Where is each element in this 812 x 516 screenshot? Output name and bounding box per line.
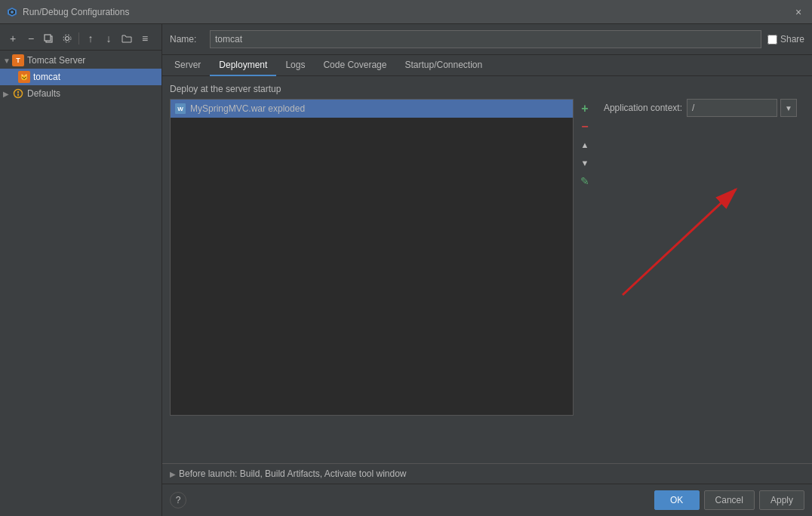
copy-config-button[interactable] — [41, 30, 57, 47]
tab-startup-connection[interactable]: Startup/Connection — [395, 55, 491, 76]
svg-rect-9 — [17, 94, 19, 97]
sidebar-item-tomcat[interactable]: 🐱 tomcat — [0, 69, 161, 85]
add-config-button[interactable]: + — [5, 30, 21, 47]
title-bar-title: Run/Debug Configurations — [23, 7, 791, 17]
add-deploy-button[interactable]: + — [577, 100, 593, 117]
move-down-deploy-button[interactable]: ▼ — [577, 155, 593, 171]
sidebar: + − ↑ ↓ ≡ ▼ T Tomcat Server — [0, 24, 162, 516]
tab-server[interactable]: Server — [165, 55, 210, 76]
app-context-area: Application context: ▼ — [596, 99, 804, 416]
sidebar-item-tomcat-server[interactable]: ▼ T Tomcat Server — [0, 52, 161, 69]
app-context-label: Application context: — [604, 103, 682, 113]
move-down-button[interactable]: ↓ — [100, 30, 117, 47]
settings-config-button[interactable] — [59, 30, 75, 47]
tab-code-coverage[interactable]: Code Coverage — [314, 55, 395, 76]
svg-point-2 — [11, 11, 14, 14]
deploy-item-label: MySpringMVC.war exploded — [190, 103, 305, 114]
move-up-deploy-button[interactable]: ▲ — [577, 137, 593, 153]
tomcat-server-label: Tomcat Server — [27, 55, 85, 66]
tomcat-icon: 🐱 — [18, 71, 30, 83]
context-input[interactable] — [687, 99, 777, 117]
close-button[interactable]: × — [791, 5, 806, 20]
remove-config-button[interactable]: − — [23, 30, 39, 47]
sort-button[interactable]: ≡ — [137, 30, 153, 47]
cancel-button[interactable]: Cancel — [704, 490, 755, 510]
move-up-button[interactable]: ↑ — [82, 30, 99, 47]
svg-point-6 — [63, 35, 71, 42]
name-input[interactable] — [210, 30, 761, 48]
tomcat-item-label: tomcat — [33, 72, 60, 82]
help-button[interactable]: ? — [170, 492, 186, 508]
deployment-content: Deploy at the server startup W MySpringM… — [162, 76, 812, 463]
share-label: Share — [780, 34, 804, 45]
deploy-area: W MySpringMVC.war exploded + − ▲ ▼ ✎ — [170, 99, 804, 416]
bottom-bar: ? OK Cancel Apply — [162, 484, 812, 516]
war-icon: W — [175, 103, 186, 114]
name-row: Name: Share — [162, 24, 812, 55]
before-launch-toggle[interactable]: ▶ — [170, 470, 176, 478]
name-label: Name: — [170, 34, 204, 45]
deploy-section-title: Deploy at the server startup — [170, 84, 804, 94]
tomcat-server-icon: T — [12, 54, 24, 66]
sidebar-item-defaults[interactable]: ▶ Defaults — [0, 85, 161, 102]
tab-logs[interactable]: Logs — [276, 55, 314, 76]
defaults-label: Defaults — [27, 88, 60, 99]
list-side-buttons: + − ▲ ▼ ✎ — [574, 99, 596, 416]
context-dropdown-button[interactable]: ▼ — [780, 99, 797, 117]
edit-deploy-button[interactable]: ✎ — [577, 173, 593, 189]
right-panel: Name: Share Server Deployment Logs Code … — [162, 24, 812, 516]
title-bar: Run/Debug Configurations × — [0, 0, 812, 24]
deploy-list: W MySpringMVC.war exploded — [170, 99, 574, 416]
defaults-icon — [12, 88, 24, 100]
tree-arrow-tomcat-server: ▼ — [3, 57, 12, 65]
svg-point-8 — [17, 91, 19, 93]
remove-deploy-button[interactable]: − — [577, 118, 593, 135]
share-checkbox-input[interactable] — [767, 35, 777, 45]
tabs-bar: Server Deployment Logs Code Coverage Sta… — [162, 55, 812, 76]
share-checkbox[interactable]: Share — [767, 34, 804, 45]
apply-button[interactable]: Apply — [759, 490, 804, 510]
title-bar-icon — [6, 6, 18, 18]
tree-arrow-defaults: ▶ — [3, 90, 12, 98]
context-input-row: ▼ — [687, 99, 797, 117]
deploy-list-item[interactable]: W MySpringMVC.war exploded — [171, 100, 573, 118]
ok-button[interactable]: OK — [654, 490, 700, 510]
before-launch-label: Before launch: Build, Build Artifacts, A… — [179, 468, 407, 479]
folder-button[interactable] — [118, 30, 135, 47]
sidebar-toolbar: + − ↑ ↓ ≡ — [0, 27, 161, 51]
before-launch-section: ▶ Before launch: Build, Build Artifacts,… — [162, 463, 812, 484]
svg-rect-4 — [45, 35, 51, 41]
svg-point-5 — [66, 37, 69, 41]
tab-deployment[interactable]: Deployment — [210, 55, 276, 76]
